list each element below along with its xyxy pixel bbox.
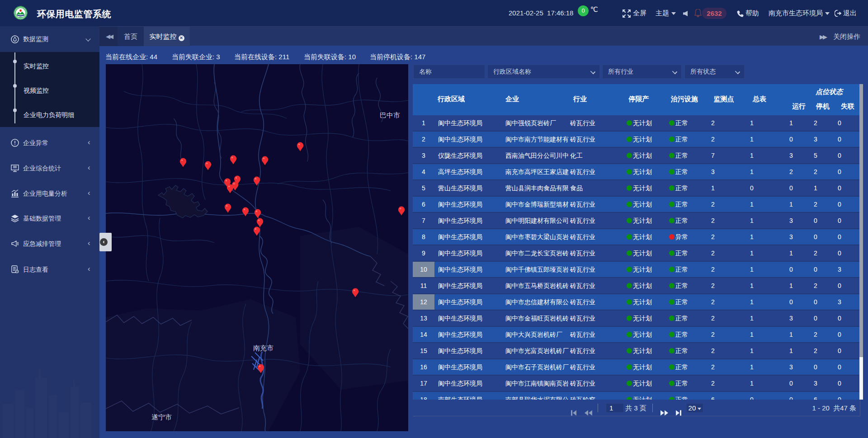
- svg-text:遂宁市: 遂宁市: [151, 413, 172, 421]
- svg-text:南充市: 南充市: [253, 344, 274, 352]
